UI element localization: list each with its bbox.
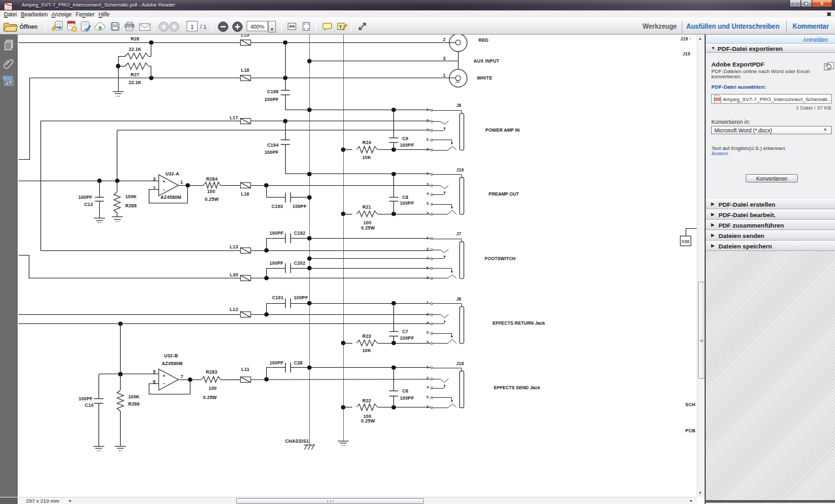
svg-text:J18: J18 (457, 361, 464, 366)
svg-text:3: 3 (153, 177, 155, 181)
svg-text:L17: L17 (230, 115, 238, 120)
svg-text:100PF: 100PF (264, 97, 279, 102)
svg-text:5: 5 (153, 370, 155, 374)
svg-text:WHITE: WHITE (477, 76, 493, 80)
svg-text:4: 4 (427, 128, 429, 132)
svg-text:3: 3 (443, 56, 446, 61)
svg-text:C12: C12 (84, 202, 93, 207)
svg-text:AZ4580M: AZ4580M (160, 195, 181, 200)
svg-text:R288: R288 (125, 203, 137, 208)
svg-text:6: 6 (153, 379, 155, 384)
svg-text:5: 5 (427, 395, 429, 399)
svg-text:3: 3 (427, 211, 429, 215)
svg-text:4: 4 (427, 256, 429, 260)
svg-text:PREAMP OUT: PREAMP OUT (489, 192, 519, 196)
svg-text:R22: R22 (363, 398, 371, 403)
svg-text:100PF: 100PF (78, 396, 93, 401)
svg-text:2: 2 (427, 119, 429, 123)
svg-text:J19: J19 (683, 52, 691, 56)
svg-text:2: 2 (427, 183, 429, 186)
svg-text:RED: RED (479, 38, 489, 42)
svg-text:100: 100 (363, 414, 371, 419)
svg-text:U32-B: U32-B (164, 353, 178, 358)
svg-text:100: 100 (207, 189, 215, 194)
svg-text:J19 ↑: J19 ↑ (680, 37, 691, 41)
svg-text:100PF: 100PF (400, 396, 414, 400)
svg-text:22.1K: 22.1K (129, 47, 142, 52)
svg-text:4: 4 (427, 192, 429, 196)
svg-text:L16: L16 (241, 192, 250, 196)
svg-text:L19: L19 (241, 35, 250, 37)
svg-text:AZ4580M: AZ4580M (162, 361, 183, 366)
svg-text:EFFECTS RETURN Jack: EFFECTS RETURN Jack (493, 321, 545, 325)
svg-text:C10: C10 (85, 403, 93, 408)
svg-text:100PF: 100PF (269, 361, 284, 365)
svg-text:3: 3 (427, 147, 429, 151)
svg-text:10K: 10K (363, 348, 371, 353)
svg-text:1: 1 (443, 73, 446, 78)
svg-text:R27: R27 (130, 72, 139, 77)
svg-text:0.25W: 0.25W (361, 226, 375, 230)
svg-text:R26: R26 (130, 37, 139, 41)
svg-text:C9: C9 (402, 136, 408, 141)
svg-text:C7: C7 (402, 329, 408, 334)
svg-text:1: 1 (181, 180, 183, 185)
svg-text:0.25W: 0.25W (205, 197, 219, 201)
svg-text:22.1K: 22.1K (129, 80, 142, 85)
svg-text:R24: R24 (363, 140, 371, 145)
svg-text:3: 3 (427, 340, 429, 344)
svg-text:R23: R23 (363, 334, 371, 338)
svg-text:100PF: 100PF (400, 201, 414, 205)
svg-text:3: 3 (427, 276, 429, 280)
svg-text:POWER AMP IN: POWER AMP IN (485, 128, 520, 132)
svg-text:100: 100 (209, 386, 217, 391)
svg-text:J3: J3 (455, 80, 460, 83)
svg-text:C196: C196 (267, 89, 279, 94)
svg-text:−: − (163, 381, 166, 386)
svg-text:L18: L18 (241, 68, 250, 72)
svg-text:1: 1 (427, 236, 429, 240)
svg-text:J16: J16 (457, 168, 464, 172)
svg-text:C194: C194 (267, 143, 279, 147)
svg-text:1: 1 (427, 301, 429, 304)
svg-text:C191: C191 (272, 295, 284, 300)
svg-text:R21: R21 (363, 205, 371, 209)
svg-text:+: + (163, 374, 166, 378)
svg-text:PCB: PCB (686, 428, 695, 433)
svg-text:C202: C202 (294, 261, 306, 265)
svg-text:10K: 10K (363, 155, 371, 160)
svg-text:1: 1 (427, 108, 429, 111)
svg-text:SCH: SCH (686, 402, 695, 407)
svg-text:C38: C38 (294, 361, 303, 365)
svg-text:U32-A: U32-A (166, 171, 179, 176)
svg-text:R283: R283 (206, 370, 218, 374)
svg-text:2: 2 (443, 37, 446, 42)
svg-text:4: 4 (427, 385, 429, 389)
svg-text:R284: R284 (206, 177, 218, 181)
svg-text:C8: C8 (402, 195, 408, 200)
svg-text:L30: L30 (230, 273, 238, 277)
svg-text:R286: R286 (129, 402, 140, 406)
svg-text:5: 5 (427, 201, 429, 205)
svg-text:AUX INPUT: AUX INPUT (474, 59, 500, 63)
svg-text:3: 3 (427, 405, 429, 409)
svg-text:EFFECTS SEND Jack: EFFECTS SEND Jack (494, 385, 540, 390)
svg-text:+: + (163, 179, 166, 184)
svg-text:C192: C192 (294, 231, 306, 235)
svg-text:L12: L12 (230, 307, 238, 312)
svg-text:100PF: 100PF (292, 204, 307, 209)
svg-text:T: T (339, 24, 342, 30)
svg-text:5: 5 (427, 138, 429, 141)
svg-text:C193: C193 (271, 204, 283, 209)
svg-text:J6: J6 (457, 297, 462, 301)
svg-text:100PF: 100PF (269, 261, 284, 265)
svg-text:−: − (163, 188, 166, 192)
svg-text:5: 5 (427, 331, 429, 334)
svg-text:100K: 100K (125, 194, 137, 199)
svg-text:CHASSIS1: CHASSIS1 (285, 439, 309, 443)
svg-text:FOOTSWITCH: FOOTSWITCH (485, 256, 515, 261)
svg-text:0.25W: 0.25W (203, 395, 217, 400)
svg-text:J8: J8 (457, 103, 462, 108)
svg-text:7: 7 (181, 374, 183, 379)
svg-text:J7: J7 (457, 231, 462, 236)
